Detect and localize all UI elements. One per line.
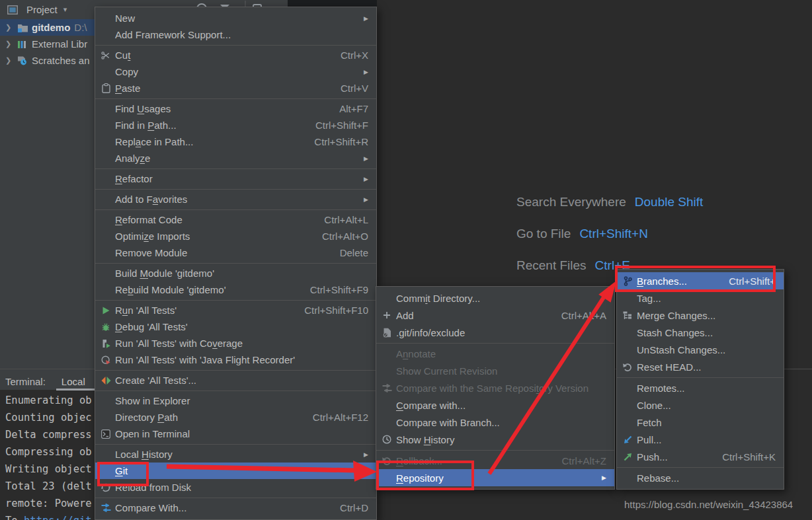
menu-item-label: Directory Path: [115, 412, 178, 423]
menu-item-open-in-terminal[interactable]: Open in Terminal: [95, 426, 376, 442]
menu-item-shortcut: Ctrl+X: [341, 50, 368, 61]
menu-item-label: Git: [115, 465, 128, 476]
menu-item-shortcut: Ctrl+Shift+K: [722, 451, 776, 463]
menu-item-label: Add: [396, 310, 414, 321]
tree-item-scratches-an[interactable]: ❯Scratches an: [0, 52, 95, 69]
menu-item-shortcut: Ctrl+Shift+: [729, 276, 776, 287]
menu-separator: [95, 168, 376, 169]
menu-item-compare-with[interactable]: Compare with...: [376, 396, 614, 414]
terminal-line: Compressing ob: [5, 443, 92, 461]
menu-item-reformat-code[interactable]: Reformat CodeCtrl+Alt+L: [95, 211, 376, 228]
menu-item-repository[interactable]: Repository▶: [376, 469, 614, 486]
menu-item-unstash-changes[interactable]: UnStash Changes...: [617, 341, 784, 358]
menu-item-reload-from-disk[interactable]: Reload from Disk: [95, 479, 376, 496]
menu-item-run-all-tests[interactable]: Run 'All Tests'Ctrl+Shift+F10: [95, 302, 376, 318]
menu-item-shortcut: Delete: [340, 247, 368, 258]
menu-item-directory-path[interactable]: Directory PathCtrl+Alt+F12: [95, 409, 376, 426]
menu-item-optimize-imports[interactable]: Optimize ImportsCtrl+Alt+O: [95, 228, 376, 244]
menu-item-add-framework-support[interactable]: Add Framework Support...: [95, 26, 376, 43]
menu-item-remotes[interactable]: Remotes...: [617, 379, 784, 396]
menu-item-add[interactable]: AddCtrl+Alt+A: [376, 307, 614, 324]
menu-item-refactor[interactable]: Refactor▶: [95, 170, 376, 187]
hint-shortcut: Ctrl+Shift+N: [579, 227, 647, 241]
project-panel-header[interactable]: Project ▾: [0, 0, 95, 19]
menu-separator: [95, 45, 376, 46]
chevron-right-icon[interactable]: ❯: [5, 23, 17, 32]
menu-item-local-history[interactable]: Local History▶: [95, 446, 376, 463]
menu-item-replace-in-path[interactable]: Replace in Path...Ctrl+Shift+R: [95, 133, 376, 150]
refresh-icon: [99, 483, 112, 492]
menu-item-show-in-explorer[interactable]: Show in Explorer: [95, 392, 376, 409]
debug-icon: [99, 322, 112, 332]
menu-item-run-all-tests-with-coverage[interactable]: Run 'All Tests' with Coverage: [95, 335, 376, 352]
menu-item-label: Find in Path...: [115, 120, 177, 131]
tree-item-path: D:\: [74, 22, 87, 33]
menu-item-label: Merge Changes...: [637, 310, 715, 321]
menu-item-show-current-revision[interactable]: Show Current Revision: [376, 362, 614, 379]
menu-separator: [95, 444, 376, 445]
menu-item-tag[interactable]: Tag...: [617, 289, 784, 307]
menu-item-label: Run 'All Tests': [115, 305, 177, 316]
menu-item-add-to-favorites[interactable]: Add to Favorites▶: [95, 191, 376, 207]
menu-item-build-module-gitdemo[interactable]: Build Module 'gitdemo': [95, 265, 376, 281]
terminal-line: remote: Powere: [5, 495, 92, 512]
menu-item-rebuild-module-gitdemo[interactable]: Rebuild Module 'gitdemo'Ctrl+Shift+F9: [95, 281, 376, 298]
menu-item-rollback[interactable]: Rollback...Ctrl+Alt+Z: [376, 452, 614, 469]
tree-item-external-libr[interactable]: ❯External Libr: [0, 36, 95, 52]
submenu-arrow-icon: ▶: [364, 196, 368, 203]
menu-item-find-usages[interactable]: Find UsagesAlt+F7: [95, 100, 376, 117]
menu-item-run-all-tests-with-java-flight-recorder[interactable]: Run 'All Tests' with 'Java Flight Record…: [95, 352, 376, 368]
menu-item-git-info-exclude[interactable]: .git/info/exclude: [376, 324, 614, 341]
menu-item-pull[interactable]: Pull...: [617, 431, 784, 448]
menu-item-rebase[interactable]: Rebase...: [617, 469, 784, 486]
menu-item-annotate[interactable]: Annotate: [376, 345, 614, 362]
create-tests-icon: [99, 377, 112, 385]
menu-item-shortcut: Ctrl+Shift+F: [315, 120, 368, 131]
terminal-line: Writing object: [5, 461, 92, 478]
menu-item-label: Remotes...: [637, 383, 685, 394]
menu-item-paste[interactable]: PasteCtrl+V: [95, 80, 376, 96]
menu-item-shortcut: Ctrl+Shift+F10: [304, 305, 368, 316]
menu-item-fetch[interactable]: Fetch: [617, 414, 784, 431]
repository-submenu: Branches...Ctrl+Shift+Tag...Merge Change…: [616, 269, 784, 490]
menu-item-new[interactable]: New▶: [95, 10, 376, 26]
compare-dim-icon: [380, 384, 393, 392]
submenu-arrow-icon: ▶: [364, 155, 368, 162]
menu-item-branches[interactable]: Branches...Ctrl+Shift+: [617, 272, 784, 289]
menu-item-copy[interactable]: Copy▶: [95, 63, 376, 80]
hint-search-everywhere: Search EverywhereDouble Shift: [516, 186, 703, 218]
chevron-right-icon[interactable]: ❯: [5, 40, 17, 48]
menu-item-cut[interactable]: CutCtrl+X: [95, 47, 376, 63]
terminal-title: Terminal:: [5, 376, 46, 387]
menu-item-remove-module[interactable]: Remove ModuleDelete: [95, 244, 376, 261]
menu-separator: [95, 189, 376, 190]
menu-separator: [376, 450, 614, 451]
menu-item-label: Compare with...: [396, 400, 466, 411]
terminal-link[interactable]: https://git: [24, 515, 92, 520]
menu-item-push[interactable]: Push...Ctrl+Shift+K: [617, 448, 784, 465]
menu-item-show-history[interactable]: Show History: [376, 431, 614, 448]
menu-item-merge-changes[interactable]: Merge Changes...: [617, 307, 784, 324]
menu-item-clone[interactable]: Clone...: [617, 396, 784, 414]
menu-item-analyze[interactable]: Analyze▶: [95, 150, 376, 167]
menu-item-commit-directory[interactable]: Commit Directory...: [376, 289, 614, 307]
menu-item-label: Add Framework Support...: [115, 29, 231, 40]
menu-item-compare-with-the-same-repository-version[interactable]: Compare with the Same Repository Version: [376, 379, 614, 396]
menu-item-find-in-path[interactable]: Find in Path...Ctrl+Shift+F: [95, 117, 376, 133]
menu-item-label: Branches...: [637, 276, 687, 287]
menu-item-reset-head[interactable]: Reset HEAD...: [617, 358, 784, 375]
chevron-right-icon[interactable]: ❯: [5, 56, 17, 65]
menu-item-git[interactable]: Git: [95, 463, 376, 479]
folder-icon: [17, 23, 32, 32]
terminal-tab-local[interactable]: Local: [61, 376, 85, 387]
tree-item-gitdemo[interactable]: ❯gitdemoD:\: [0, 19, 95, 36]
menu-item-debug-all-tests[interactable]: Debug 'All Tests': [95, 318, 376, 335]
terminal-output[interactable]: Enumerating obCounting objecDelta compre…: [5, 392, 92, 520]
menu-item-create-all-tests[interactable]: Create 'All Tests'...: [95, 372, 376, 389]
clipboard-icon: [99, 83, 112, 93]
menu-item-compare-with[interactable]: Compare With...Ctrl+D: [95, 500, 376, 516]
menu-item-compare-with-branch[interactable]: Compare with Branch...: [376, 414, 614, 431]
menu-item-stash-changes[interactable]: Stash Changes...: [617, 324, 784, 341]
chevron-down-icon[interactable]: ▾: [63, 5, 67, 14]
tree-item-label: Scratches an: [32, 55, 90, 66]
